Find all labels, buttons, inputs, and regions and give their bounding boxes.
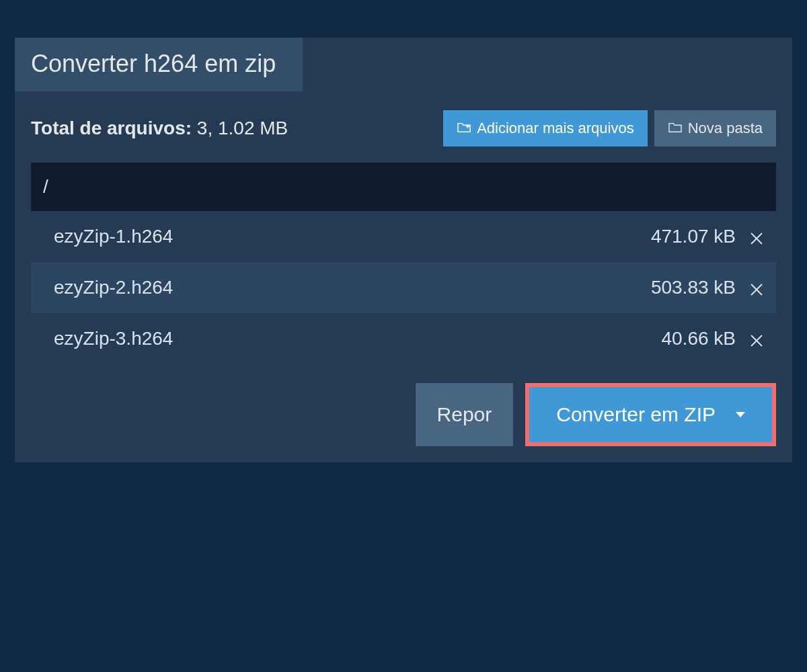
file-name: ezyZip-1.h264 [54, 226, 651, 247]
file-size: 40.66 kB [661, 328, 736, 349]
file-table: / ezyZip-1.h264 471.07 kB ezyZip-2.h264 … [31, 163, 776, 364]
remove-file-icon[interactable] [749, 331, 764, 346]
file-row[interactable]: ezyZip-3.h264 40.66 kB [31, 313, 776, 364]
file-size: 503.83 kB [651, 277, 736, 298]
new-folder-label: Nova pasta [688, 120, 763, 137]
tab-title: Converter h264 em zip [31, 50, 276, 77]
tab-bar: Converter h264 em zip [15, 38, 792, 91]
file-name: ezyZip-2.h264 [54, 277, 651, 298]
convert-button-highlight: Converter em ZIP [525, 383, 776, 446]
header-row: Total de arquivos: 3, 1.02 MB Adicionar … [31, 110, 776, 146]
reset-label: Repor [437, 403, 492, 425]
converter-panel: Converter h264 em zip Total de arquivos:… [15, 38, 792, 462]
convert-label: Converter em ZIP [556, 403, 716, 426]
add-more-files-label: Adicionar mais arquivos [477, 120, 634, 137]
panel-content: Total de arquivos: 3, 1.02 MB Adicionar … [15, 91, 792, 462]
folder-plus-icon [457, 120, 471, 137]
file-row[interactable]: ezyZip-2.h264 503.83 kB [31, 262, 776, 313]
tab-converter[interactable]: Converter h264 em zip [15, 38, 303, 91]
convert-to-zip-button[interactable]: Converter em ZIP [529, 387, 772, 442]
footer-row: Repor Converter em ZIP [31, 383, 776, 446]
add-more-files-button[interactable]: Adicionar mais arquivos [443, 110, 648, 146]
folder-icon [668, 120, 683, 137]
file-size: 471.07 kB [651, 226, 736, 247]
header-buttons: Adicionar mais arquivos Nova pasta [443, 110, 776, 146]
current-path: / [43, 176, 48, 197]
remove-file-icon[interactable] [749, 229, 764, 244]
remove-file-icon[interactable] [749, 280, 764, 295]
total-files-value: 3, 1.02 MB [192, 118, 288, 138]
path-row[interactable]: / [31, 163, 776, 211]
chevron-down-icon [736, 412, 745, 417]
total-files-label: Total de arquivos: 3, 1.02 MB [31, 118, 288, 139]
reset-button[interactable]: Repor [416, 383, 514, 446]
new-folder-button[interactable]: Nova pasta [654, 110, 776, 146]
file-row[interactable]: ezyZip-1.h264 471.07 kB [31, 211, 776, 262]
total-files-caption: Total de arquivos: [31, 118, 192, 138]
file-name: ezyZip-3.h264 [54, 328, 661, 349]
